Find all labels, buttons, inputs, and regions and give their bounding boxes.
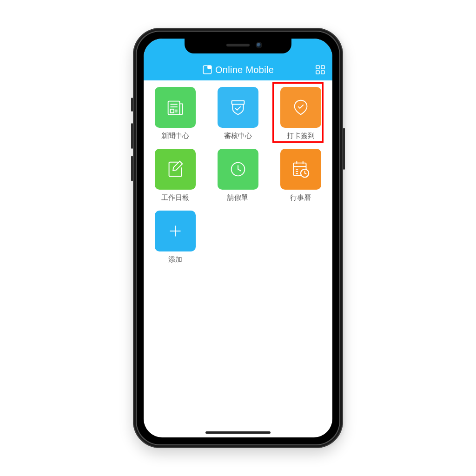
app-label: 審核中心 <box>224 132 252 140</box>
app-label: 新聞中心 <box>161 132 189 140</box>
svg-rect-2 <box>316 66 319 69</box>
app-label: 行事曆 <box>290 193 311 202</box>
app-logo-icon <box>202 65 212 75</box>
volume-up-button <box>131 123 133 149</box>
svg-rect-9 <box>171 109 174 113</box>
app-news-center[interactable]: 新聞中心 <box>152 87 199 140</box>
app-calendar[interactable]: 行事曆 <box>277 149 324 202</box>
app-title-text: Online Mobile <box>215 65 274 75</box>
app-title: Online Mobile <box>202 65 274 75</box>
speaker-grille <box>226 44 250 46</box>
app-add[interactable]: 添加 <box>152 211 199 264</box>
power-button <box>343 128 345 170</box>
app-clock-in[interactable]: 打卡簽到 <box>277 87 324 140</box>
app-label: 添加 <box>168 255 182 264</box>
app-label: 請假單 <box>227 193 248 202</box>
svg-rect-1 <box>208 66 212 68</box>
screen: Online Mobile <box>144 39 332 437</box>
app-label: 打卡簽到 <box>287 132 315 140</box>
location-checkin-icon <box>280 87 321 128</box>
app-label: 工作日報 <box>161 193 189 202</box>
app-header: Online Mobile <box>144 59 332 80</box>
plus-icon <box>155 211 196 251</box>
news-icon <box>155 87 196 128</box>
shield-check-icon <box>218 87 258 128</box>
svg-rect-12 <box>232 101 245 105</box>
calendar-clock-icon <box>280 149 321 190</box>
notch <box>185 39 291 53</box>
clock-icon <box>218 149 258 190</box>
mute-switch <box>131 98 133 112</box>
front-camera <box>257 43 261 47</box>
layout-grid-button[interactable] <box>315 64 326 75</box>
compose-icon <box>155 149 196 190</box>
phone-frame: Online Mobile <box>133 28 343 448</box>
svg-rect-4 <box>316 71 319 74</box>
svg-rect-5 <box>321 71 324 74</box>
app-grid: 新聞中心 審核中心 <box>144 80 332 264</box>
home-indicator[interactable] <box>205 431 271 434</box>
app-work-report[interactable]: 工作日報 <box>152 149 199 202</box>
volume-down-button <box>131 156 133 181</box>
app-review-center[interactable]: 審核中心 <box>215 87 262 140</box>
svg-rect-3 <box>321 66 324 69</box>
app-leave-request[interactable]: 請假單 <box>215 149 262 202</box>
stage: Online Mobile <box>0 0 476 476</box>
phone-bezel: Online Mobile <box>136 31 340 445</box>
